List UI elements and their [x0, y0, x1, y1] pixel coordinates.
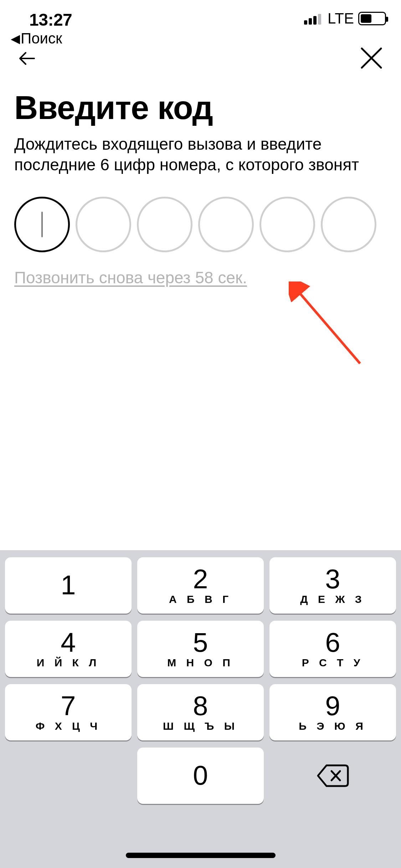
status-bar: 13:27 LTE ◀ Поиск: [0, 0, 401, 39]
key-6[interactable]: 6 Р С Т У: [269, 621, 396, 677]
code-input-row: [14, 197, 387, 252]
main-content: Введите код Дождитесь входящего вызова и…: [0, 91, 401, 287]
key-letters: Д Е Ж З: [300, 593, 365, 605]
key-digit: 5: [193, 629, 208, 656]
annotation-arrow-icon: [289, 281, 367, 371]
battery-level: [361, 14, 371, 23]
close-icon: [359, 46, 384, 71]
key-digit: 8: [193, 692, 208, 719]
key-letters: Ф Х Ц Ч: [36, 720, 101, 732]
backspace-icon: [316, 763, 350, 788]
key-0[interactable]: 0: [137, 748, 264, 804]
key-letters: Ш Щ Ъ Ы: [163, 720, 238, 732]
back-button[interactable]: [17, 48, 38, 69]
cellular-signal-icon: [304, 12, 321, 25]
home-indicator[interactable]: [126, 853, 276, 858]
key-digit: 6: [325, 629, 340, 656]
status-time: 13:27: [29, 10, 72, 30]
numeric-keypad: 1 2 А Б В Г 3 Д Е Ж З 4 И Й К Л 5 М Н О …: [0, 550, 401, 868]
battery-icon: [358, 12, 386, 25]
code-digit-2[interactable]: [76, 197, 131, 252]
network-type-label: LTE: [328, 10, 354, 27]
key-digit: 2: [193, 565, 208, 593]
call-again-link[interactable]: Позвонить снова через 58 сек.: [14, 268, 247, 287]
code-digit-3[interactable]: [137, 197, 192, 252]
key-letters: И Й К Л: [37, 657, 100, 669]
svg-line-0: [296, 289, 360, 363]
status-right: LTE: [304, 10, 386, 27]
key-1[interactable]: 1: [5, 557, 132, 614]
key-letters: Ь Э Ю Я: [299, 720, 366, 732]
key-5[interactable]: 5 М Н О П: [137, 621, 264, 677]
key-3[interactable]: 3 Д Е Ж З: [269, 557, 396, 614]
code-digit-4[interactable]: [198, 197, 254, 252]
navbar: [0, 39, 401, 89]
key-digit: 4: [61, 629, 76, 656]
key-digit: 1: [61, 572, 76, 599]
key-4[interactable]: 4 И Й К Л: [5, 621, 132, 677]
key-blank: [5, 748, 132, 804]
key-letters: А Б В Г: [169, 593, 232, 605]
page-subtitle: Дождитесь входящего вызова и введите пос…: [14, 134, 387, 176]
key-7[interactable]: 7 Ф Х Ц Ч: [5, 684, 132, 740]
key-letters: Р С Т У: [302, 657, 364, 669]
close-button[interactable]: [359, 46, 384, 71]
key-2[interactable]: 2 А Б В Г: [137, 557, 264, 614]
key-digit: 7: [61, 692, 76, 719]
key-digit: 9: [325, 692, 340, 719]
key-9[interactable]: 9 Ь Э Ю Я: [269, 684, 396, 740]
key-delete[interactable]: [269, 748, 396, 804]
key-8[interactable]: 8 Ш Щ Ъ Ы: [137, 684, 264, 740]
key-digit: 0: [193, 762, 208, 789]
key-letters: М Н О П: [167, 657, 234, 669]
key-digit: 3: [325, 565, 340, 593]
code-digit-1[interactable]: [14, 197, 70, 252]
page-title: Введите код: [14, 91, 387, 125]
text-caret: [41, 212, 43, 237]
arrow-left-icon: [17, 48, 38, 69]
code-digit-5[interactable]: [259, 197, 315, 252]
code-digit-6[interactable]: [321, 197, 376, 252]
